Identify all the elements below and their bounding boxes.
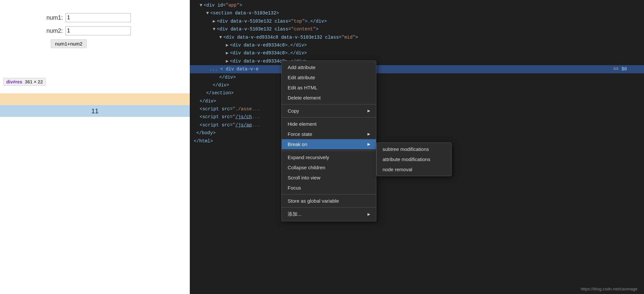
num1-row: num1: xyxy=(7,13,183,22)
code-line[interactable]: ▼<div id="app"> xyxy=(190,1,644,9)
submenu-arrow-icon: ▶ xyxy=(367,109,370,113)
num1-label: num1: xyxy=(46,14,63,21)
code-line[interactable]: ▼<section data-v-5103e132> xyxy=(190,9,644,17)
menu-add-more[interactable]: 添加... ▶ xyxy=(282,209,376,220)
code-line[interactable]: <script src="/js/ch... xyxy=(190,113,644,121)
code-line[interactable]: <script src="/js/ap... xyxy=(190,121,644,129)
submenu-node-removal[interactable]: node removal xyxy=(377,164,451,175)
code-line[interactable]: ▶<div data-v-ed9334c8>…</div> xyxy=(190,41,644,49)
num1-input[interactable] xyxy=(65,13,131,22)
menu-store-global[interactable]: Store as global variable xyxy=(282,196,376,206)
menu-expand-recursively[interactable]: Expand recursively xyxy=(282,152,376,162)
submenu-arrow-icon: ▶ xyxy=(367,132,370,136)
menu-delete-element[interactable]: Delete element xyxy=(282,93,376,103)
menu-focus[interactable]: Focus xyxy=(282,183,376,193)
code-line[interactable]: </div> xyxy=(190,73,644,81)
code-line[interactable]: </div> xyxy=(190,97,644,105)
code-line[interactable]: <script src="./asse... xyxy=(190,105,644,113)
menu-edit-html[interactable]: Edit as HTML xyxy=(282,83,376,93)
element-tooltip: div#res 361 × 22 xyxy=(3,78,46,86)
menu-copy[interactable]: Copy ▶ xyxy=(282,106,376,116)
code-line[interactable]: </body> xyxy=(190,129,644,137)
calc-button[interactable]: num1+num2 xyxy=(51,39,87,48)
code-line[interactable]: </div> xyxy=(190,81,644,89)
num2-label: num2: xyxy=(46,28,63,34)
num2-input[interactable] xyxy=(65,26,131,35)
submenu-subtree-modifications[interactable]: subtree modifications xyxy=(377,144,451,154)
highlight-row xyxy=(0,93,190,105)
code-line[interactable]: ▼<div data-v-5103e132 class="content"> xyxy=(190,25,644,33)
button-row: num1+num2 xyxy=(7,39,183,48)
code-line[interactable]: ▶<div data-v-ed9334c8>…</div> xyxy=(190,57,644,65)
triangle-icon[interactable]: ▼ xyxy=(200,3,202,8)
submenu-attribute-modifications[interactable]: attribute modifications xyxy=(377,154,451,164)
code-line[interactable]: </section> xyxy=(190,89,644,97)
submenu-breakon: subtree modifications attribute modifica… xyxy=(376,142,452,176)
result-row: 11 xyxy=(0,105,190,117)
ellipsis: ... xyxy=(209,65,218,73)
menu-separator xyxy=(282,104,376,104)
submenu-arrow-icon: ▶ xyxy=(367,142,370,146)
num2-row: num2: xyxy=(7,26,183,35)
menu-edit-attribute[interactable]: Edit attribute xyxy=(282,72,376,83)
result-value: 11 xyxy=(91,107,98,115)
url-bar: https://blog.csdn.net/caomage xyxy=(581,286,637,291)
menu-separator xyxy=(282,117,376,118)
menu-hide-element[interactable]: Hide element xyxy=(282,119,376,129)
submenu-arrow-icon: ▶ xyxy=(367,212,370,216)
left-panel: num1: num2: div#res 361 × 22 num1+num2 1… xyxy=(0,0,190,294)
menu-collapse-children[interactable]: Collapse children xyxy=(282,162,376,173)
tooltip-size: 361 × 22 xyxy=(25,79,43,84)
menu-separator xyxy=(282,207,376,208)
menu-add-attribute[interactable]: Add attribute xyxy=(282,62,376,72)
code-line[interactable]: ▶<div data-v-ed9334c8>…</div> xyxy=(190,49,644,57)
devtools-tree: ▼<div id="app"> ▼<section data-v-5103e13… xyxy=(190,0,644,146)
menu-break-on[interactable]: Break on ▶ xyxy=(282,139,376,149)
menu-separator xyxy=(282,151,376,151)
tooltip-id: div#res xyxy=(6,79,22,84)
menu-separator xyxy=(282,194,376,194)
selected-code-line[interactable]: ... <div data-v-e == $0 xyxy=(190,65,644,73)
menu-force-state[interactable]: Force state ▶ xyxy=(282,129,376,139)
code-line[interactable]: ▼<div data-v-ed9334c8 data-v-5103e132 cl… xyxy=(190,33,644,41)
context-menu: Add attribute Edit attribute Edit as HTM… xyxy=(281,61,376,221)
menu-scroll-into-view[interactable]: Scroll into view xyxy=(282,173,376,183)
code-line[interactable]: ▶<div data-v-5103e132 class="top">…</div… xyxy=(190,17,644,25)
devtools-panel: ▼<div id="app"> ▼<section data-v-5103e13… xyxy=(190,0,644,294)
